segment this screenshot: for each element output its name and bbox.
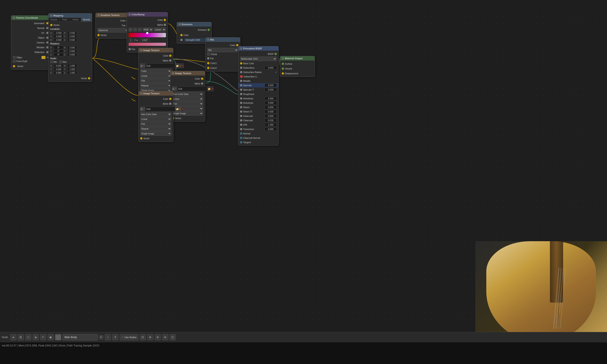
scale-x-out[interactable] [67, 31, 77, 35]
from-dupli-checkbox[interactable] [13, 60, 15, 63]
toolbar-grid2-icon[interactable]: ⊟ [140, 334, 146, 340]
collapse-btn[interactable] [207, 39, 209, 41]
toolbar-texture-icon[interactable]: ◈ [33, 334, 39, 340]
mix-out-dot[interactable] [236, 44, 238, 46]
p-cc-rough-dot[interactable] [240, 119, 242, 121]
img1-icon4[interactable]: F [179, 63, 181, 68]
img1-color-dot[interactable] [169, 55, 171, 57]
img2-icon1[interactable]: 🖼 [172, 86, 175, 91]
img2-color-dot[interactable] [201, 78, 203, 80]
rot-y[interactable] [54, 49, 63, 53]
img3-alpha-dot[interactable] [169, 103, 171, 105]
p-sheentint-dot[interactable] [240, 111, 242, 113]
mix-fac-dot[interactable] [207, 57, 209, 59]
mix-clamp-checkbox[interactable] [207, 53, 210, 55]
mix-type-dropdown[interactable]: Mix Add Multiply [207, 48, 238, 52]
gradient-type-dropdown[interactable]: Spherical Linear Quadratic Easing Diagon… [97, 28, 129, 32]
img1-remove[interactable]: ✕ [181, 63, 184, 68]
p-trans-dot[interactable] [240, 128, 242, 130]
texture-coord-header[interactable]: Texture Coordinate [11, 15, 50, 20]
mapping-vec-dot[interactable] [88, 77, 90, 79]
img2-interp-select[interactable]: Linear Closest [172, 97, 203, 101]
img3-name[interactable] [145, 106, 175, 111]
img3-browse[interactable]: 📁 [176, 106, 179, 111]
p-ior-dot[interactable] [240, 124, 242, 126]
p-subsurface-dot[interactable] [240, 67, 242, 69]
collapse-btn[interactable] [172, 72, 174, 74]
img3-vec-dot[interactable] [140, 137, 142, 140]
ramp-pos-input[interactable] [140, 38, 150, 42]
collapse-btn[interactable] [282, 57, 284, 59]
p-tangent-dot[interactable] [240, 141, 242, 143]
min-y[interactable] [54, 67, 63, 71]
principled-shader-select[interactable]: Multiscatter GGX GGX [240, 57, 277, 61]
mat-output-header[interactable]: Material Output [280, 56, 315, 61]
collapse-btn[interactable] [97, 14, 100, 16]
colorramp-header[interactable]: ColorRamp [127, 12, 168, 17]
toolbar-circle-icon[interactable]: ◉ [48, 334, 54, 340]
p-spectint-val[interactable] [265, 88, 277, 91]
principled-header[interactable]: Principled BSDF [238, 46, 279, 51]
img2-remove[interactable]: ✕ [211, 86, 214, 91]
toolbar-active-icon[interactable]: ⬚ [55, 334, 61, 340]
p-ss-radius-dot[interactable] [240, 71, 242, 73]
mat-surface-dot[interactable] [282, 63, 284, 65]
p-trans-val[interactable] [265, 127, 277, 131]
p-ior-val[interactable] [265, 123, 277, 127]
mix-color2-dot[interactable] [207, 67, 209, 69]
p-cc-dot[interactable] [240, 115, 242, 117]
ramp-color-dot[interactable] [164, 19, 166, 21]
collapse-btn[interactable] [179, 23, 181, 26]
min-x[interactable] [54, 64, 63, 67]
img-tex3-header[interactable]: Image Texture [138, 91, 173, 96]
p-specular-dot[interactable] [240, 84, 242, 86]
p-rough-dot[interactable] [240, 93, 242, 95]
p-sheen-dot[interactable] [240, 106, 242, 108]
tab-texture[interactable]: Texture [49, 18, 59, 22]
p-sheen-val[interactable] [265, 105, 277, 109]
p-base-color-dot[interactable] [240, 62, 242, 65]
gradient-header[interactable]: Gradient Texture [96, 13, 130, 17]
emission-strength-field[interactable]: Strength:0.800 [184, 38, 208, 42]
img1-name[interactable] [145, 63, 175, 68]
toolbar-node-icon[interactable]: ⬡ [25, 334, 31, 340]
p-aniso-val[interactable] [265, 97, 277, 100]
max-z[interactable] [67, 71, 77, 75]
ramp-add-btn[interactable]: + [129, 28, 132, 32]
scale-z-out[interactable] [67, 38, 77, 42]
tab-point[interactable]: Point [59, 18, 70, 22]
mapping-vector-dot[interactable] [50, 24, 53, 26]
rot-y-r[interactable] [67, 49, 77, 53]
object-color-swatch[interactable] [41, 56, 45, 59]
img2-browse[interactable]: 📁 [208, 86, 211, 91]
img1-alpha-dot[interactable] [169, 59, 171, 62]
ramp-interp-select[interactable]: RGB HSV HSL [143, 28, 153, 32]
principled-bsdf-dot[interactable] [274, 53, 277, 55]
p-sheentint-val[interactable] [265, 110, 277, 113]
mat-disp-dot[interactable] [282, 72, 284, 75]
p-subsurface-val[interactable] [265, 66, 277, 69]
toolbar-tool-icon[interactable]: ⊡ [170, 334, 176, 340]
p-metallic-dot[interactable] [240, 80, 242, 82]
ramp-fac-dot[interactable] [129, 48, 131, 50]
ramp-stop-index[interactable]: 1 [129, 39, 133, 42]
max-x[interactable] [67, 64, 77, 67]
toolbar-sphere-icon[interactable]: ● [10, 334, 16, 340]
p-ss-color-dot[interactable] [240, 75, 243, 78]
ramp-stop[interactable] [146, 32, 148, 34]
mix-header[interactable]: Mix [205, 38, 240, 42]
p-aniso-rot-val[interactable] [265, 101, 277, 104]
p-cc-val[interactable] [265, 114, 277, 118]
gradient-vec-dot[interactable] [97, 34, 100, 36]
img3-icon1[interactable]: 🖼 [140, 106, 143, 111]
object-checkbox[interactable] [13, 56, 15, 59]
img3-icon4[interactable]: F [179, 106, 181, 111]
p-cc-normal-dot[interactable] [240, 137, 242, 139]
min-z[interactable] [54, 71, 63, 75]
img3-colorspace-select[interactable]: Non-Color Data Color [140, 112, 171, 117]
img2-src-select[interactable]: Single Image [172, 111, 203, 116]
ramp-alpha-dot[interactable] [164, 24, 166, 26]
loc-z[interactable] [54, 38, 63, 42]
min-checkbox[interactable] [50, 61, 53, 63]
max-checkbox[interactable] [59, 61, 62, 63]
